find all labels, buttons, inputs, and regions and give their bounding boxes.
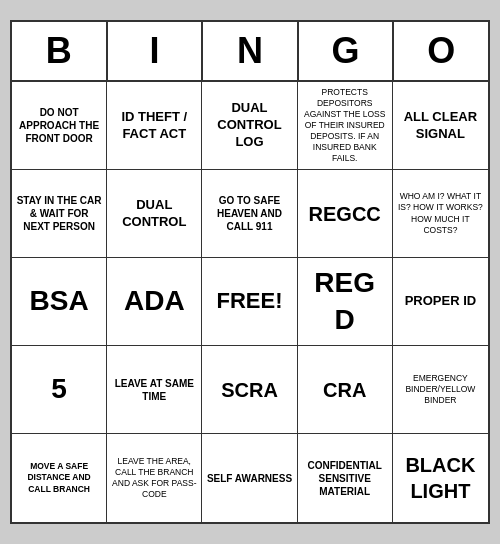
header-letter-o: O <box>394 22 488 80</box>
bingo-cell-22: SELF AWARNESS <box>202 434 297 522</box>
bingo-cell-23: CONFIDENTIAL SENSITIVE MATERIAL <box>298 434 393 522</box>
bingo-cell-2: DUAL CONTROL LOG <box>202 82 297 170</box>
bingo-cell-21: LEAVE THE AREA, CALL THE BRANCH AND ASK … <box>107 434 202 522</box>
bingo-cell-17: SCRA <box>202 346 297 434</box>
bingo-cell-12: FREE! <box>202 258 297 346</box>
bingo-header: BINGO <box>12 22 488 82</box>
bingo-cell-13: REG D <box>298 258 393 346</box>
bingo-cell-16: LEAVE AT SAME TIME <box>107 346 202 434</box>
bingo-cell-20: MOVE A SAFE DISTANCE AND CALL BRANCH <box>12 434 107 522</box>
bingo-cell-9: WHO AM I? WHAT IT IS? HOW IT WORKS? HOW … <box>393 170 488 258</box>
bingo-cell-8: REGCC <box>298 170 393 258</box>
bingo-cell-7: GO TO SAFE HEAVEN AND CALL 911 <box>202 170 297 258</box>
header-letter-g: G <box>299 22 395 80</box>
bingo-cell-6: DUAL CONTROL <box>107 170 202 258</box>
bingo-cell-4: ALL CLEAR SIGNAL <box>393 82 488 170</box>
header-letter-n: N <box>203 22 299 80</box>
bingo-grid: DO NOT APPROACH THE FRONT DOORID THEFT /… <box>12 82 488 522</box>
header-letter-i: I <box>108 22 204 80</box>
bingo-cell-14: PROPER ID <box>393 258 488 346</box>
bingo-cell-19: EMERGENCY BINDER/YELLOW BINDER <box>393 346 488 434</box>
bingo-cell-11: ADA <box>107 258 202 346</box>
bingo-cell-24: BLACK LIGHT <box>393 434 488 522</box>
bingo-cell-0: DO NOT APPROACH THE FRONT DOOR <box>12 82 107 170</box>
bingo-cell-5: STAY IN THE CAR & WAIT FOR NEXT PERSON <box>12 170 107 258</box>
bingo-cell-3: PROTECTS DEPOSITORS AGAINST THE LOSS OF … <box>298 82 393 170</box>
bingo-cell-18: CRA <box>298 346 393 434</box>
bingo-cell-1: ID THEFT / FACT ACT <box>107 82 202 170</box>
bingo-cell-10: BSA <box>12 258 107 346</box>
bingo-card: BINGO DO NOT APPROACH THE FRONT DOORID T… <box>10 20 490 524</box>
header-letter-b: B <box>12 22 108 80</box>
bingo-cell-15: 5 <box>12 346 107 434</box>
